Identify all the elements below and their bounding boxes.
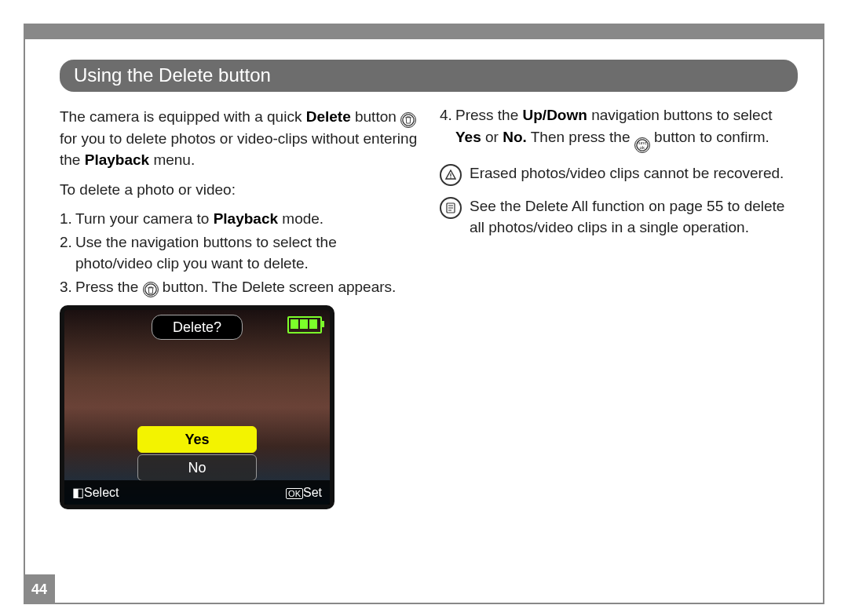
step-2: 2. Use the navigation buttons to select …	[60, 231, 418, 275]
lcd-option-no: No	[137, 454, 257, 481]
text: Turn your camera to	[75, 210, 214, 227]
text: The camera is equipped with a quick	[60, 108, 306, 125]
lcd-select-hint: ◧Select	[72, 483, 119, 501]
trash-icon	[143, 282, 159, 297]
battery-icon	[287, 316, 322, 334]
bold-playback: Playback	[214, 210, 278, 227]
text: mode.	[278, 210, 323, 227]
page-content: Using the Delete button The camera is eq…	[25, 39, 823, 509]
func-ok-icon: funcok	[634, 137, 650, 153]
step-text: Press the Up/Down navigation buttons to …	[455, 104, 798, 153]
info-text: See the Delete All function on page 55 t…	[470, 195, 798, 239]
trash-icon	[400, 112, 416, 128]
step-number: 3.	[60, 276, 75, 298]
step-4: 4. Press the Up/Down navigation buttons …	[440, 104, 798, 153]
step-text: Press the button. The Delete screen appe…	[75, 276, 418, 298]
left-column: The camera is equipped with a quick Dele…	[60, 103, 418, 509]
step-text: Use the navigation buttons to select the…	[75, 231, 418, 275]
bold-updown: Up/Down	[523, 107, 587, 123]
text: navigation buttons to select	[587, 107, 773, 123]
header-stripe	[25, 25, 823, 39]
manual-page: Using the Delete button The camera is eq…	[24, 24, 824, 604]
warning-icon	[440, 164, 462, 186]
step-3: 3. Press the button. The Delete screen a…	[60, 276, 418, 298]
text: Then press the	[527, 129, 634, 145]
text: button. The Delete screen appears.	[159, 279, 397, 295]
text: button	[351, 108, 400, 125]
warning-text: Erased photos/video clips cannot be reco…	[470, 162, 798, 186]
step-number: 2.	[60, 231, 75, 275]
lcd-title: Delete?	[152, 315, 243, 340]
intro-paragraph: The camera is equipped with a quick Dele…	[60, 106, 418, 171]
note-icon	[440, 197, 462, 219]
text: Set	[303, 486, 322, 499]
text: button to confirm.	[650, 129, 769, 145]
right-column: 4. Press the Up/Down navigation buttons …	[440, 103, 798, 509]
warning-note: Erased photos/video clips cannot be reco…	[440, 162, 798, 186]
lcd-set-hint: OKSet	[286, 483, 322, 501]
step-number: 4.	[440, 104, 455, 153]
bold-delete: Delete	[306, 108, 351, 125]
info-note: See the Delete All function on page 55 t…	[440, 195, 798, 239]
lcd-footer: ◧Select OKSet	[64, 480, 330, 505]
ok-badge: OK	[286, 488, 303, 499]
svg-point-1	[450, 177, 451, 177]
text: menu.	[149, 151, 195, 168]
lcd-option-yes: Yes	[137, 426, 257, 453]
text: Press the	[455, 107, 523, 123]
bold-yes: Yes	[455, 129, 481, 145]
camera-lcd-screenshot: Delete? Yes No ◧Select OKSet	[60, 305, 334, 509]
step-text: Turn your camera to Playback mode.	[75, 208, 418, 230]
section-heading: Using the Delete button	[60, 60, 798, 92]
bold-playback: Playback	[85, 151, 149, 168]
sub-heading: To delete a photo or video:	[60, 179, 418, 201]
bold-no: No.	[503, 129, 527, 145]
step-number: 1.	[60, 208, 75, 230]
text: Press the	[75, 279, 143, 295]
page-number: 44	[24, 574, 55, 604]
text: or	[481, 129, 503, 145]
step-1: 1. Turn your camera to Playback mode.	[60, 208, 418, 230]
text: Select	[84, 486, 119, 499]
